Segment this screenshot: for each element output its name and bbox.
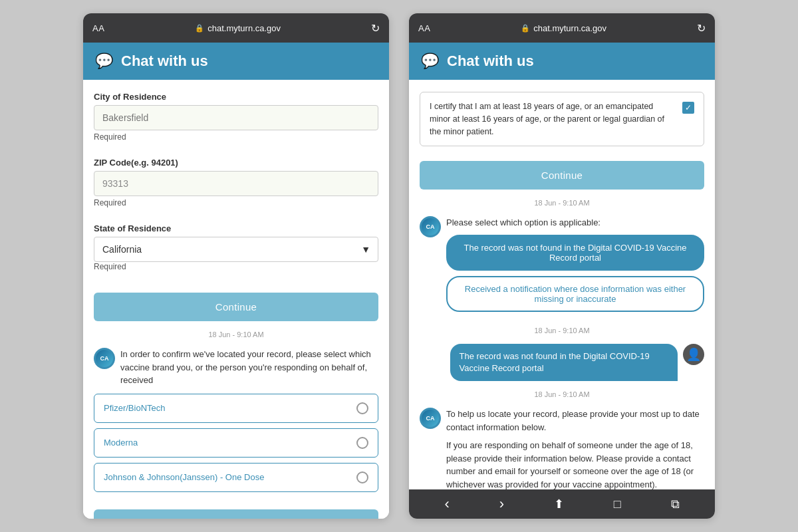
moderna-radio[interactable] <box>356 437 368 449</box>
zip-label: ZIP Code(e.g. 94201) <box>94 158 378 168</box>
cert-text: I certify that I am at least 18 years of… <box>430 100 676 138</box>
url-text: chat.myturn.ca.gov <box>207 23 281 33</box>
right-url-text: chat.myturn.ca.gov <box>533 23 606 33</box>
right-bot-message2-container: To help us locate your record, please pr… <box>446 408 704 489</box>
vaccine-options-list: Pfizer/BioNTech Moderna Johnson & Johnso… <box>94 394 378 497</box>
left-url-bar: 🔒 chat.myturn.ca.gov <box>195 23 281 33</box>
right-lock-icon: 🔒 <box>521 24 530 33</box>
refresh-icon[interactable]: ↻ <box>371 22 380 35</box>
user-icon: 👤 <box>686 347 701 362</box>
right-header-title: Chat with us <box>447 53 534 70</box>
cert-box: I certify that I am at least 18 years of… <box>420 92 704 146</box>
user-message-row: The record was not found in the Digital … <box>420 344 704 381</box>
zip-form-group: ZIP Code(e.g. 94201) Required <box>94 158 378 214</box>
moderna-option[interactable]: Moderna <box>94 428 378 458</box>
right-chat-header: 💬 Chat with us <box>409 43 715 80</box>
right-bot-row2: CA To help us locate your record, please… <box>420 408 704 489</box>
right-bot-message1-container: Please select which option is applicable… <box>446 216 704 317</box>
first-continue-button[interactable]: Continue <box>94 293 378 321</box>
right-bot-avatar1: CA <box>420 216 441 237</box>
second-continue-button[interactable]: Continue <box>94 509 378 519</box>
pfizer-option[interactable]: Pfizer/BioNTech <box>94 394 378 423</box>
right-timestamp2: 18 Jun - 9:10 AM <box>420 327 704 334</box>
jj-label: Johnson & Johnson(Janssen) - One Dose <box>104 472 264 482</box>
moderna-label: Moderna <box>104 438 138 448</box>
lock-icon: 🔒 <box>195 24 204 33</box>
bot-avatar: CA <box>94 348 115 369</box>
bottom-nav-bar: ‹ › ⬆ □ ⧉ <box>409 489 715 519</box>
city-label: City of Residence <box>94 92 378 102</box>
right-bot-row1: CA Please select which option is applica… <box>420 216 704 317</box>
state-form-group: State of Residence California ▼ Required <box>94 223 378 278</box>
state-required: Required <box>94 262 378 271</box>
left-aa-label: AA <box>92 23 104 33</box>
right-bot-message3: If you are responding on behalf of someo… <box>446 439 704 489</box>
city-required: Required <box>94 132 378 142</box>
left-chat-header: 💬 Chat with us <box>83 43 389 80</box>
right-bot-message2: To help us locate your record, please pr… <box>446 408 704 434</box>
right-url-bar: 🔒 chat.myturn.ca.gov <box>521 23 606 33</box>
right-ca-logo2: CA <box>422 410 439 427</box>
right-timestamp3: 18 Jun - 9:10 AM <box>420 390 704 398</box>
option1-button[interactable]: The record was not found in the Digital … <box>446 235 704 271</box>
jj-option[interactable]: Johnson & Johnson(Janssen) - One Dose <box>94 463 378 492</box>
left-browser-bar: AA 🔒 chat.myturn.ca.gov ↻ <box>83 13 389 43</box>
right-refresh-icon[interactable]: ↻ <box>697 22 706 35</box>
state-select-wrapper: California ▼ <box>94 237 378 262</box>
bot-message-row: CA In order to confirm we've located you… <box>94 348 378 387</box>
pfizer-label: Pfizer/BioNTech <box>104 403 165 413</box>
zip-required: Required <box>94 198 378 207</box>
left-header-title: Chat with us <box>121 53 208 70</box>
right-aa-label: AA <box>418 23 430 33</box>
left-phone-frame: AA 🔒 chat.myturn.ca.gov ↻ 💬 Chat with us… <box>83 13 389 519</box>
bookmarks-icon[interactable]: □ <box>614 497 621 511</box>
right-chat-body: I certify that I am at least 18 years of… <box>409 80 715 489</box>
forward-icon[interactable]: › <box>499 495 504 513</box>
user-message-bubble: The record was not found in the Digital … <box>450 344 678 381</box>
city-form-group: City of Residence Required <box>94 92 378 148</box>
right-timestamp1: 18 Jun - 9:10 AM <box>420 199 704 207</box>
right-chat-bubble-icon: 💬 <box>421 53 439 70</box>
cert-checkbox[interactable]: ✓ <box>682 102 694 114</box>
chat-bubble-icon: 💬 <box>95 53 113 70</box>
right-bot-message1: Please select which option is applicable… <box>446 216 704 229</box>
share-icon[interactable]: ⬆ <box>554 497 564 511</box>
tabs-icon[interactable]: ⧉ <box>671 497 680 511</box>
option2-button[interactable]: Received a notification where dose infor… <box>446 276 704 312</box>
city-input[interactable] <box>94 105 378 130</box>
left-timestamp: 18 Jun - 9:10 AM <box>94 331 378 338</box>
right-bot-avatar2: CA <box>420 408 441 429</box>
left-chat-body: City of Residence Required ZIP Code(e.g.… <box>83 80 389 519</box>
user-avatar: 👤 <box>683 344 704 365</box>
zip-input[interactable] <box>94 171 378 196</box>
bot-vaccine-message: In order to confirm we've located your r… <box>120 348 378 387</box>
right-phone-frame: AA 🔒 chat.myturn.ca.gov ↻ 💬 Chat with us… <box>409 13 715 519</box>
right-browser-bar: AA 🔒 chat.myturn.ca.gov ↻ <box>409 13 715 43</box>
state-label: State of Residence <box>94 223 378 233</box>
state-select[interactable]: California <box>94 237 378 262</box>
cert-continue-button[interactable]: Continue <box>420 161 704 190</box>
ca-logo: CA <box>96 350 113 367</box>
jj-radio[interactable] <box>356 471 368 483</box>
pfizer-radio[interactable] <box>356 402 368 414</box>
checkmark-icon: ✓ <box>685 103 692 112</box>
right-ca-logo1: CA <box>422 218 439 235</box>
back-icon[interactable]: ‹ <box>444 495 449 513</box>
